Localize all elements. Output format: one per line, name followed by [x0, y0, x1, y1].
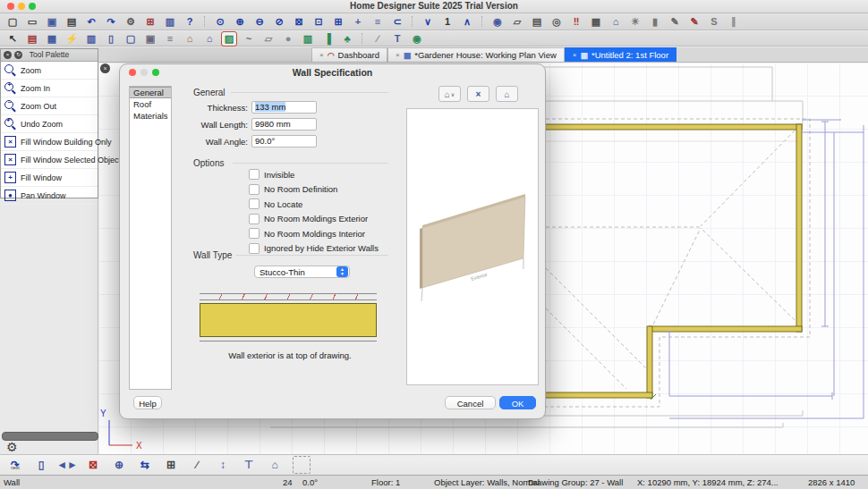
- wall-length-input[interactable]: 9980 mm: [251, 118, 317, 131]
- redo-icon[interactable]: ↷: [104, 15, 118, 29]
- break-wall-icon[interactable]: ⚡: [64, 32, 79, 46]
- palette-dock-icon[interactable]: ↻: [14, 51, 22, 59]
- wall-angle-input[interactable]: 90.0°: [251, 135, 317, 148]
- save-icon[interactable]: ▣: [45, 15, 59, 29]
- print-icon[interactable]: ▤: [64, 15, 79, 29]
- elevation-view-icon[interactable]: ▱: [510, 15, 524, 29]
- reference-display-icon[interactable]: ⊂: [390, 15, 404, 29]
- zoom-out-icon[interactable]: ⊖: [252, 15, 267, 29]
- palette-close-icon[interactable]: ×: [4, 51, 12, 59]
- center-object-icon[interactable]: ⇆: [137, 457, 153, 473]
- undo-icon[interactable]: ↶: [84, 15, 98, 29]
- roof-options-icon[interactable]: ⌂: [267, 457, 283, 473]
- current-floor-label[interactable]: 1: [440, 15, 455, 29]
- walkthrough-icon[interactable]: ‼: [569, 15, 583, 29]
- help-icon[interactable]: ?: [183, 15, 197, 29]
- checkbox-box[interactable]: [249, 228, 260, 239]
- help-button[interactable]: Help: [133, 396, 162, 409]
- fill-window-icon[interactable]: ⊡: [311, 15, 326, 29]
- delete-object-icon[interactable]: ⊠: [85, 457, 101, 473]
- adjust-material-icon[interactable]: ✎: [687, 15, 702, 29]
- wall-tools-icon[interactable]: ▦: [45, 32, 59, 46]
- exterior-fixture-icon[interactable]: ⌂: [202, 32, 217, 46]
- dialog-nav-materials[interactable]: Materials: [130, 110, 171, 122]
- palette-item-fill-window[interactable]: + Fill Window: [1, 169, 98, 187]
- checkbox-box[interactable]: [249, 243, 260, 254]
- layer-sets-icon[interactable]: ≡: [370, 15, 385, 29]
- palette-item-fill-window-selected-objects[interactable]: × Fill Window Selected Objects: [1, 151, 98, 169]
- tab-close-icon[interactable]: ×: [573, 51, 577, 59]
- tool-palette-header[interactable]: × ↻ Tool Palette: [1, 49, 98, 62]
- rotate-plan-icon[interactable]: ◉: [410, 32, 424, 46]
- plant-tool-icon[interactable]: ♣: [340, 32, 354, 46]
- gear-icon[interactable]: ⚙: [6, 440, 18, 454]
- next-command-icon[interactable]: ↷next: [7, 457, 23, 473]
- tab-gardener-house[interactable]: × ▦ *Gardener House: Working Plan View: [387, 47, 565, 62]
- fixture-tools-icon[interactable]: ▣: [143, 32, 157, 46]
- copy-object-icon[interactable]: ⊞: [163, 457, 179, 473]
- curve-tool-icon[interactable]: S: [707, 15, 721, 29]
- fill-window-building-only-icon[interactable]: ⊠: [292, 15, 306, 29]
- adjust-height-icon[interactable]: ↕: [215, 457, 231, 473]
- dollhouse-view-icon[interactable]: ▦: [589, 15, 603, 29]
- custom-boundary-icon[interactable]: [293, 456, 311, 474]
- cabinet-tools-icon[interactable]: ▢: [123, 32, 138, 46]
- tab-close-icon[interactable]: ×: [319, 51, 324, 59]
- terrain-hatch-icon[interactable]: ▨: [222, 32, 236, 46]
- door-open-icon[interactable]: ▯: [33, 457, 49, 473]
- zoom-in-icon[interactable]: ⊕: [233, 15, 247, 29]
- dialog-nav-roof[interactable]: Roof: [130, 98, 171, 110]
- ellipse-tool-icon[interactable]: ●: [281, 32, 295, 46]
- thickness-input[interactable]: 133 mm: [251, 101, 317, 114]
- checkbox-no-locate[interactable]: No Locate: [249, 198, 379, 209]
- wall-3d-preview[interactable]: Exterior: [406, 108, 539, 385]
- measure-tool-icon[interactable]: ∕: [370, 32, 385, 46]
- palette-item-fill-window-building-only[interactable]: × Fill Window Building Only: [1, 133, 98, 151]
- pan-window-icon[interactable]: +: [351, 15, 365, 29]
- pane-close-button[interactable]: ×: [100, 63, 110, 73]
- checkbox-box[interactable]: [249, 214, 260, 224]
- palette-item-zoom-out[interactable]: − Zoom Out: [1, 97, 98, 115]
- select-objects-icon[interactable]: ↖: [5, 32, 20, 46]
- preview-fill-window-button[interactable]: ×: [467, 86, 489, 102]
- stair-tools-icon[interactable]: ≡: [163, 32, 177, 46]
- slab-tool-icon[interactable]: ▥: [301, 32, 315, 46]
- text-tool-icon[interactable]: T: [390, 32, 404, 46]
- polygon-tool-icon[interactable]: ▱: [261, 32, 276, 46]
- home-view-icon[interactable]: ⌂: [608, 15, 623, 29]
- new-file-icon[interactable]: ▢: [5, 15, 20, 29]
- checkbox-no-room-definition[interactable]: No Room Definition: [249, 184, 379, 195]
- checkbox-box[interactable]: [249, 198, 260, 209]
- break-line-icon[interactable]: ∕: [189, 457, 205, 473]
- checkbox-invisible[interactable]: Invisible: [249, 169, 379, 180]
- tab-dashboard[interactable]: × ◠ Dashboard: [311, 47, 387, 62]
- door-tools-icon[interactable]: ▯: [104, 32, 118, 46]
- checkbox-ignored-by-hide-exterior-walls[interactable]: Ignored by Hide Exterior Walls: [249, 243, 379, 254]
- preview-camera-angle-button[interactable]: ⌂∨: [438, 86, 461, 102]
- checkbox-box[interactable]: [249, 169, 260, 180]
- undo-zoom-icon[interactable]: ⊘: [272, 15, 286, 29]
- transform-origin-icon[interactable]: ⊕: [111, 457, 127, 473]
- wall-type-dropdown[interactable]: Stucco-Thin ▲ ▼: [254, 266, 350, 278]
- resize-ends-icon[interactable]: ◄►: [59, 457, 75, 473]
- preview-color-toggle-button[interactable]: ⌂: [496, 86, 518, 102]
- checkbox-box[interactable]: [249, 184, 260, 195]
- floor-up-icon[interactable]: ∧: [460, 15, 474, 29]
- palette-item-pan-window[interactable]: ● Pan Window: [1, 187, 98, 205]
- ok-button[interactable]: OK: [499, 396, 536, 409]
- preferences-icon[interactable]: ⊞: [143, 15, 157, 29]
- palette-item-zoom-in[interactable]: + Zoom In: [1, 80, 98, 97]
- settings-wrench-icon[interactable]: ⚙: [123, 15, 138, 29]
- tab-untitled-2[interactable]: × ▦ *Untitled 2: 1st Floor: [565, 47, 677, 62]
- orbit-mouse-icon[interactable]: ◎: [549, 15, 564, 29]
- checkbox-no-room-moldings-exterior[interactable]: No Room Moldings Exterior: [249, 214, 379, 224]
- library-icon[interactable]: ▥: [163, 15, 177, 29]
- camera-icon[interactable]: ◉: [490, 15, 505, 29]
- tab-close-icon[interactable]: ×: [396, 51, 400, 59]
- spline-tool-icon[interactable]: ~: [242, 32, 256, 46]
- checkbox-no-room-moldings-interior[interactable]: No Room Moldings Interior: [249, 228, 379, 239]
- materials-doc-icon[interactable]: ▤: [25, 32, 39, 46]
- connect-walls-icon[interactable]: ⊤: [241, 457, 257, 473]
- palette-item-zoom[interactable]: Zoom: [1, 62, 98, 80]
- fireplace-tools-icon[interactable]: ⌂: [183, 32, 197, 46]
